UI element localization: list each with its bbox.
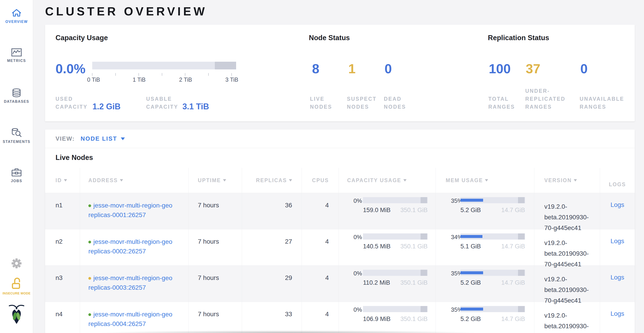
gear-icon [11,257,22,269]
mem-usage-cell: 34% 5.1 GiB 14.7 GiB [436,229,534,266]
table-body: n1 jesse-movr-multi-region-geo replicas-… [45,193,635,333]
axis-tick [92,73,92,76]
capacity-percent-label: 0% [354,233,363,241]
node-status-dot [88,277,91,280]
node-address-line2: replicas-0002:26257 [88,247,184,256]
node-uptime: 7 hours [198,238,219,245]
under-replicated-ranges-label: UNDER-REPLICATEDRANGES [525,87,565,111]
table-row: n1 jesse-movr-multi-region-geo replicas-… [45,193,635,229]
view-selector[interactable]: NODE LIST [81,135,125,142]
capacity-usage-bar [363,270,428,276]
column-header-label: ID [56,177,62,184]
settings-button[interactable] [0,257,33,271]
mem-usage-cell: 35% 5.2 GiB 14.7 GiB [436,193,534,229]
sidebar-item-metrics[interactable]: METRICS [0,48,33,63]
capacity-bar-dark-segment [215,62,236,69]
column-header-mem-usage[interactable]: MEM USAGE [436,168,534,193]
mem-total-value: 14.7 GiB [501,243,525,250]
capacity-used-value: 110.2 MiB [363,279,390,286]
node-logs-link[interactable]: Logs [610,274,624,281]
version-line: beta.20190930- [544,284,598,295]
node-id: n3 [56,274,62,281]
sort-caret-icon [223,179,226,181]
mem-used-value: 5.2 GiB [460,279,481,286]
node-address-link[interactable]: jesse-movr-multi-region-geo replicas-000… [88,237,184,256]
capacity-usage-cell: 0% 159.0 MiB 350.1 GiB [339,193,436,229]
mem-usage-cell: 35% 5.2 GiB 14.7 GiB [436,266,534,302]
axis-tick-label: 2 TiB [179,77,192,83]
suspect-nodes-label: SUSPECTNODES [347,95,376,111]
column-header-version[interactable]: VERSION [534,168,600,193]
column-header-label: UPTIME [198,177,221,184]
node-replicas: 36 [285,202,292,209]
axis-tick [115,73,116,76]
node-cpus: 4 [325,238,329,245]
cluster-summary-card: Capacity Usage 0.0% 0 TiB 1 TiB 2 TiB 3 … [45,25,635,121]
node-status-dot [88,313,91,316]
usable-capacity-value: 3.1 TiB [182,102,209,111]
chevron-down-icon [121,137,125,140]
column-header-replicas[interactable]: REPLICAS [242,168,302,193]
capacity-usage-cell: 0% 140.5 MiB 350.1 GiB [339,229,436,266]
metrics-icon [11,48,22,57]
capacity-percent-label: 0% [354,306,363,313]
node-id: n1 [56,202,62,209]
suspect-nodes-count: 1 [348,61,356,76]
sort-caret-icon [403,179,406,181]
sidebar-item-label: JOBS [0,179,33,183]
column-header-address[interactable]: ADDRESS [80,168,188,193]
node-logs-link[interactable]: Logs [610,310,624,317]
mem-usage-bar [460,233,525,239]
database-icon [11,88,22,98]
node-logs-link[interactable]: Logs [610,237,624,244]
axis-tick [208,73,209,76]
capacity-usage-title: Capacity Usage [56,34,108,42]
capacity-used-value: 106.9 MiB [363,315,391,322]
mem-percent-label: 34% [451,233,460,241]
sidebar-item-statements[interactable]: STATEMENTS [0,128,33,144]
axis-tick [231,73,232,76]
capacity-usage-bar [363,197,428,203]
total-ranges-label: TOTALRANGES [488,95,515,111]
version-line: beta.20190930- [544,321,598,331]
sort-caret-icon [574,179,577,181]
axis-tick [162,73,162,76]
sidebar-item-jobs[interactable]: JOBS [0,168,33,183]
node-address-line2: replicas-0001:26257 [88,210,184,220]
capacity-usage-cell: 0% 110.2 MiB 350.1 GiB [339,266,436,302]
column-header-uptime[interactable]: UPTIME [188,168,242,193]
insecure-mode-indicator[interactable]: INSECURE MODE [0,277,33,295]
capacity-usage-bar [363,233,428,239]
node-cpus: 4 [325,274,329,281]
sidebar-item-label: OVERVIEW [0,20,33,24]
node-logs-link[interactable]: Logs [610,201,624,208]
node-replicas: 29 [285,274,292,281]
node-status-title: Node Status [309,34,350,42]
live-nodes-count: 8 [312,61,319,76]
column-header-logs: LOGS [600,168,635,193]
live-nodes-heading: Live Nodes [56,154,93,162]
capacity-total-value: 350.1 GiB [400,315,428,322]
mem-percent-label: 35% [451,197,460,204]
node-version: v19.2.0-beta.20190930-70-g445ec41 [534,266,600,302]
capacity-percent: 0.0% [56,61,86,76]
node-address-link[interactable]: jesse-movr-multi-region-geo replicas-000… [88,201,184,220]
column-header-id[interactable]: ID [45,168,80,193]
node-address-link[interactable]: jesse-movr-multi-region-geo replicas-000… [88,310,184,329]
sidebar-item-label: DATABASES [0,100,33,104]
cockroachdb-logo [0,304,33,327]
replication-status-title: Replication Status [488,34,549,42]
sidebar-item-overview[interactable]: OVERVIEW [0,8,33,24]
column-header-cpus: CPUS [302,168,339,193]
sidebar-item-label: STATEMENTS [0,140,33,144]
column-header-label: LOGS [609,181,626,188]
capacity-total-value: 350.1 GiB [400,279,428,286]
mem-usage-bar [460,270,525,276]
view-label: VIEW: [56,135,75,142]
column-header-capacity-usage[interactable]: CAPACITY USAGE [339,168,436,193]
node-address-link[interactable]: jesse-movr-multi-region-geo replicas-000… [88,273,184,292]
node-uptime: 7 hours [198,310,219,317]
mem-used-value: 5.2 GiB [460,207,481,214]
column-header-label: VERSION [544,175,572,186]
sidebar-item-databases[interactable]: DATABASES [0,88,33,104]
